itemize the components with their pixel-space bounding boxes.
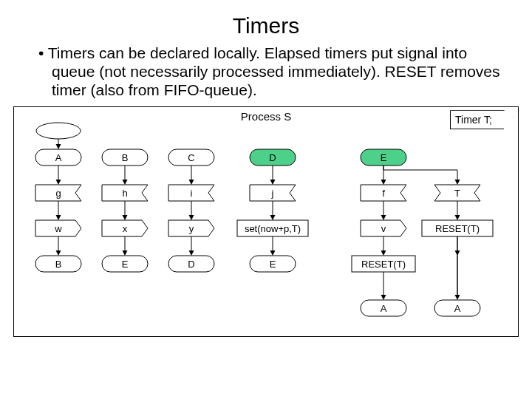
svg-text:j: j — [271, 188, 274, 199]
svg-point-0 — [36, 123, 81, 139]
svg-text:v: v — [381, 223, 386, 234]
svg-marker-6 — [56, 180, 61, 185]
svg-marker-42 — [189, 250, 194, 256]
svg-marker-74 — [381, 295, 386, 300]
svg-marker-93 — [455, 295, 460, 300]
svg-text:D: D — [269, 152, 276, 163]
diagram-svg: AgwBBhxECiyDDjset(now+p,T)EEfvRESET(T)AT… — [14, 107, 518, 336]
svg-text:y: y — [189, 223, 194, 234]
svg-marker-2 — [56, 144, 61, 149]
svg-text:E: E — [122, 259, 129, 270]
svg-marker-28 — [123, 250, 128, 256]
svg-marker-34 — [189, 180, 194, 185]
svg-text:B: B — [122, 152, 129, 163]
svg-text:i: i — [191, 188, 193, 199]
svg-text:B: B — [55, 259, 62, 270]
svg-marker-56 — [270, 250, 276, 256]
svg-text:A: A — [381, 303, 387, 314]
svg-text:E: E — [270, 259, 276, 270]
svg-marker-24 — [123, 215, 128, 220]
sdl-diagram: Process S Timer T; AgwBBhxECiyDDjset(now… — [13, 106, 519, 337]
svg-text:g: g — [55, 188, 61, 199]
svg-text:RESET(T): RESET(T) — [361, 259, 406, 270]
svg-text:RESET(T): RESET(T) — [435, 223, 480, 234]
svg-marker-85 — [455, 180, 460, 185]
svg-marker-20 — [123, 180, 128, 185]
svg-text:E: E — [381, 152, 387, 163]
svg-text:x: x — [123, 223, 128, 234]
svg-marker-62 — [381, 180, 386, 185]
svg-text:A: A — [454, 303, 461, 314]
svg-marker-38 — [189, 215, 194, 220]
svg-text:T: T — [454, 188, 460, 199]
bullet-text: • Timers can be declared locally. Elapse… — [38, 44, 505, 99]
svg-text:h: h — [122, 188, 127, 199]
svg-marker-70 — [381, 250, 386, 256]
svg-text:A: A — [55, 152, 62, 163]
svg-text:set(now+p,T): set(now+p,T) — [245, 223, 301, 234]
svg-text:w: w — [54, 223, 62, 234]
page-title: Timers — [0, 13, 532, 38]
svg-marker-14 — [56, 250, 61, 256]
svg-marker-48 — [270, 180, 276, 185]
svg-text:C: C — [188, 152, 194, 163]
svg-text:f: f — [382, 188, 385, 199]
svg-marker-52 — [270, 215, 276, 220]
svg-marker-80 — [455, 215, 460, 220]
svg-marker-10 — [56, 215, 61, 220]
svg-marker-66 — [381, 215, 386, 220]
svg-text:D: D — [188, 259, 194, 270]
